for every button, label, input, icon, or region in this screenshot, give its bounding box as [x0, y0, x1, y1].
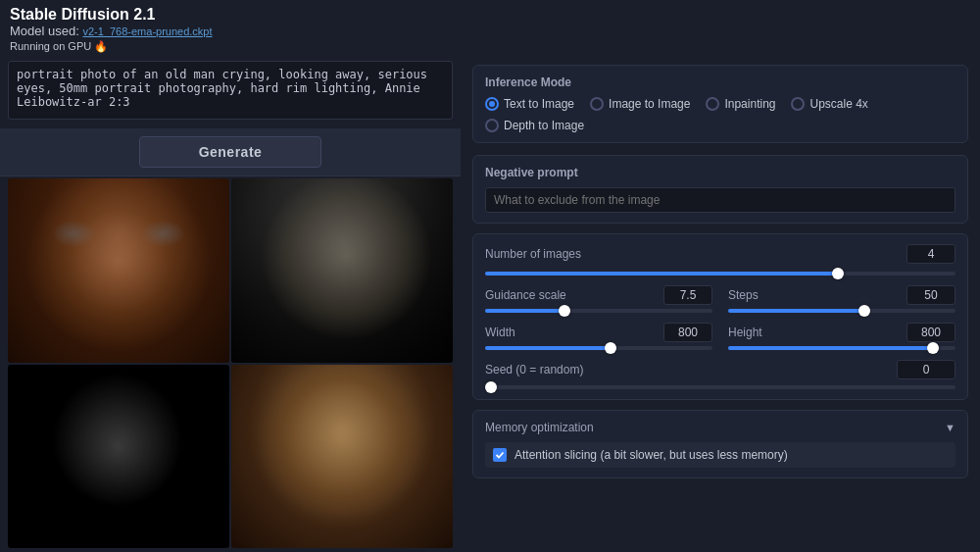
checkmark-icon	[495, 450, 505, 460]
height-header: Height 800	[728, 323, 956, 342]
memory-optimization-label: Memory optimization	[485, 421, 594, 434]
gpu-status: Running on GPU 🔥	[10, 40, 970, 53]
generated-image-2[interactable]	[231, 178, 453, 363]
prompt-input[interactable]	[8, 61, 453, 120]
negative-prompt-input[interactable]	[485, 187, 956, 213]
seed-value: 0	[897, 360, 956, 379]
width-group: Width 800	[485, 323, 712, 350]
guidance-scale-fill	[485, 309, 564, 313]
steps-group: Steps 50	[728, 285, 956, 313]
radio-label-text-to-image: Text to Image	[504, 97, 574, 111]
radio-circle-inpainting	[706, 97, 719, 111]
steps-fill	[728, 309, 864, 313]
seed-row: Seed (0 = random) 0	[485, 360, 956, 379]
width-height-row: Width 800 Height 800	[485, 323, 956, 350]
radio-circle-image-to-image	[590, 97, 604, 111]
model-link[interactable]: v2-1_768-ema-pruned.ckpt	[82, 25, 212, 37]
radio-image-to-image[interactable]: Image to Image	[590, 97, 690, 111]
generated-image-3[interactable]	[8, 365, 229, 549]
radio-upscale-4x[interactable]: Upscale 4x	[791, 97, 867, 111]
attention-slicing-label: Attention slicing (a bit slower, but use…	[514, 448, 788, 462]
width-value: 800	[663, 323, 712, 342]
radio-label-inpainting: Inpainting	[724, 97, 775, 111]
radio-label-upscale-4x: Upscale 4x	[809, 97, 867, 111]
radio-text-to-image[interactable]: Text to Image	[485, 97, 574, 111]
radio-circle-depth-to-image	[485, 119, 499, 132]
guidance-scale-label: Guidance scale	[485, 288, 663, 302]
right-panel: Inference Mode Text to Image Image to Im…	[461, 55, 980, 552]
width-track[interactable]	[485, 346, 712, 350]
prompt-area	[0, 55, 461, 128]
width-fill	[485, 346, 611, 350]
seed-label: Seed (0 = random)	[485, 363, 897, 376]
negative-prompt-section: Negative prompt	[472, 155, 968, 224]
main-layout: Generate Inference Mode	[0, 55, 980, 552]
num-images-row: Number of images 4	[485, 244, 956, 264]
inference-mode-label: Inference Mode	[485, 75, 956, 89]
steps-track[interactable]	[728, 309, 956, 313]
memory-optimization-section: Memory optimization ▼ Attention slicing …	[472, 410, 968, 478]
width-thumb[interactable]	[605, 342, 616, 354]
memory-optimization-header[interactable]: Memory optimization ▼	[485, 421, 956, 434]
radio-label-image-to-image: Image to Image	[609, 97, 690, 111]
guidance-scale-thumb[interactable]	[559, 305, 570, 317]
image-overlay-4	[231, 365, 453, 549]
height-track[interactable]	[728, 346, 956, 350]
guidance-steps-row: Guidance scale 7.5 Steps 50	[485, 285, 956, 313]
width-label: Width	[485, 326, 663, 339]
negative-prompt-label: Negative prompt	[485, 166, 956, 179]
num-images-label: Number of images	[485, 247, 906, 261]
height-fill	[728, 346, 933, 350]
seed-thumb[interactable]	[485, 381, 497, 393]
num-images-slider[interactable]	[485, 272, 956, 276]
steps-header: Steps 50	[728, 285, 956, 305]
generate-button[interactable]: Generate	[139, 136, 322, 168]
left-panel: Generate	[0, 55, 461, 552]
inference-mode-section: Inference Mode Text to Image Image to Im…	[472, 65, 968, 143]
num-images-value: 4	[906, 244, 956, 264]
attention-slicing-checkbox[interactable]	[493, 448, 507, 462]
radio-circle-upscale-4x	[791, 97, 805, 111]
steps-label: Steps	[728, 288, 906, 302]
radio-circle-text-to-image	[485, 97, 499, 111]
steps-value: 50	[906, 285, 956, 305]
height-value: 800	[906, 323, 956, 342]
height-thumb[interactable]	[927, 342, 939, 354]
height-group: Height 800	[728, 323, 956, 350]
height-label: Height	[728, 326, 906, 339]
attention-slicing-row[interactable]: Attention slicing (a bit slower, but use…	[485, 442, 956, 468]
image-overlay-1	[8, 178, 229, 363]
radio-inpainting[interactable]: Inpainting	[706, 97, 775, 111]
generated-image-1[interactable]	[8, 178, 229, 363]
generate-bar: Generate	[0, 128, 461, 176]
guidance-scale-header: Guidance scale 7.5	[485, 285, 712, 305]
app-title: Stable Diffusion 2.1	[10, 6, 970, 24]
num-images-thumb[interactable]	[832, 268, 844, 279]
header: Stable Diffusion 2.1 Model used: v2-1_76…	[0, 0, 980, 55]
num-images-track	[485, 272, 956, 276]
num-images-section: Number of images 4 Guidance scale 7.5	[472, 233, 968, 400]
generated-image-4[interactable]	[231, 365, 453, 549]
image-overlay-3	[8, 365, 229, 549]
image-grid	[0, 176, 461, 552]
inference-options: Text to Image Image to Image Inpainting …	[485, 97, 956, 132]
chevron-down-icon: ▼	[945, 422, 956, 433]
guidance-scale-track[interactable]	[485, 309, 712, 313]
num-images-fill	[485, 272, 838, 276]
steps-thumb[interactable]	[858, 305, 870, 317]
model-label: Model used:	[10, 24, 79, 38]
width-header: Width 800	[485, 323, 712, 342]
guidance-scale-group: Guidance scale 7.5	[485, 285, 712, 313]
radio-label-depth-to-image: Depth to Image	[504, 119, 584, 132]
guidance-scale-value: 7.5	[663, 285, 712, 305]
radio-depth-to-image[interactable]: Depth to Image	[485, 119, 584, 132]
model-info: Model used: v2-1_768-ema-pruned.ckpt	[10, 24, 970, 38]
seed-track[interactable]	[485, 385, 956, 389]
image-overlay-2	[231, 178, 453, 363]
